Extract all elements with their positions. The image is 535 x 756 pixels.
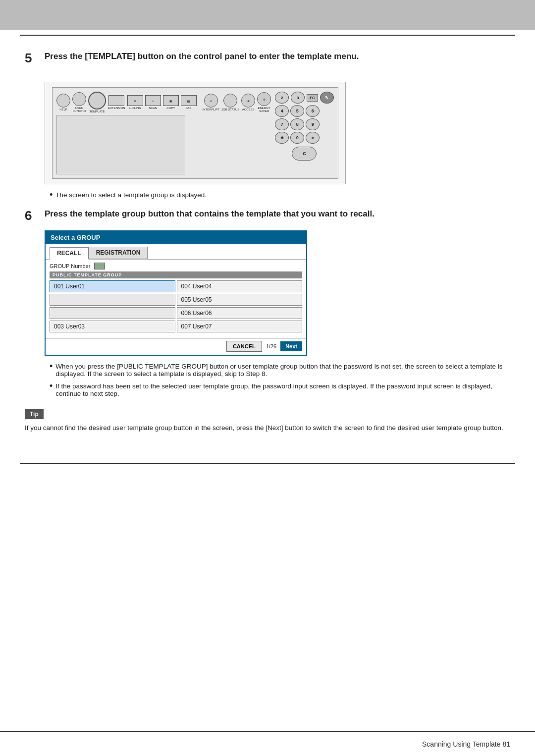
num3-btn[interactable]: 3 [291,92,305,104]
step6-block: 6 Press the template group button that c… [25,208,510,223]
user-grid: 001 User01 004 User04 005 User05 006 Use… [50,280,302,332]
tip-text: If you cannot find the desired user temp… [25,423,510,433]
step5-bullet: • The screen to select a template group … [50,191,510,199]
user-btn-003[interactable]: 003 User03 [50,321,175,332]
step5-number: 5 [25,51,39,66]
template-btn[interactable] [88,92,106,109]
fc-btn[interactable]: FC [307,94,318,102]
fax-btn[interactable]: 📠 [181,95,197,106]
footer-bar: Scanning Using Template 81 [0,731,535,756]
cp-outer: HELP USERFUNCTIO TEMPLATE EXTENSION [52,87,338,179]
screen-tabs: RECALL REGISTRATION [46,244,306,260]
user-btn-006[interactable]: 006 User06 [177,307,303,319]
numpad: 4 5 6 7 8 9 ✱ 0 # [275,105,334,144]
copy-btn[interactable]: ▣ [163,95,179,106]
efiling-btn[interactable]: ⊖ [127,95,143,106]
public-template-bar[interactable]: PUBLIC TEMPLATE GROUP [50,271,302,278]
step6-bullet2: • If the password has been set to the se… [50,382,510,397]
num9-btn[interactable]: 9 [306,118,320,130]
page-indicator: 1/26 [266,343,276,349]
hash-btn[interactable]: # [306,132,320,144]
step5-title: Press the [TEMPLATE] button on the contr… [45,51,359,62]
screen-footer: CANCEL 1/26 Next [46,338,306,355]
num4-btn[interactable]: 4 [275,105,289,117]
num6-btn[interactable]: 6 [306,105,320,117]
user-function-btn[interactable] [72,92,86,106]
tab-registration[interactable]: REGISTRATION [89,247,148,259]
group-number-box [94,263,105,270]
screen-header: Select a GROUP [46,231,306,244]
cp-screen [56,115,185,174]
footer-text: Scanning Using Template 81 [422,740,510,748]
step6-title: Press the template group button that con… [45,208,374,220]
pencil-btn[interactable]: ✎ [320,92,334,104]
cp-right: 2 3 FC ✎ 4 5 6 7 8 9 ✱ 0 # C [275,92,334,161]
c-btn[interactable]: C [292,147,317,161]
num5-btn[interactable]: 5 [290,105,304,117]
top-bar [0,0,535,30]
cp-top-buttons: HELP USERFUNCTIO TEMPLATE EXTENSION [56,92,271,113]
user-btn-empty1 [50,294,175,306]
num0-btn[interactable]: 0 [290,132,304,144]
num7-btn[interactable]: 7 [275,118,289,130]
bottom-divider [20,463,515,464]
control-panel-illustration: HELP USERFUNCTIO TEMPLATE EXTENSION [45,82,346,184]
next-button[interactable]: Next [280,341,302,351]
tip-label: Tip [25,409,44,419]
cancel-button[interactable]: CANCEL [226,341,262,352]
star-btn[interactable]: ✱ [275,132,289,144]
step6-number: 6 [25,208,39,223]
num8-btn[interactable]: 8 [290,118,304,130]
help-btn[interactable] [56,94,70,108]
num2-btn[interactable]: 2 [275,92,289,104]
page-content: 5 Press the [TEMPLATE] button on the con… [0,36,535,463]
group-number-label: GROUP Number [50,263,90,269]
step5-block: 5 Press the [TEMPLATE] button on the con… [25,51,510,66]
energy-saver-btn[interactable]: ⊛ [257,92,271,106]
interrupt-btn[interactable]: ⊲ [204,94,218,108]
access-btn[interactable]: ⊕ [241,94,255,108]
group-number-row: GROUP Number [50,263,302,270]
cp-right-top-row: 2 3 FC ✎ [275,92,334,104]
user-btn-007[interactable]: 007 User07 [177,321,303,332]
screen-ui: Select a GROUP RECALL REGISTRATION GROUP… [45,230,307,356]
step6-bullet1: • When you press the [PUBLIC TEMPLATE GR… [50,363,510,378]
user-btn-004[interactable]: 004 User04 [177,280,303,292]
job-status-btn[interactable] [223,94,237,108]
user-btn-empty2 [50,307,175,319]
user-btn-005[interactable]: 005 User05 [177,294,303,306]
extension-btn[interactable] [108,95,124,106]
cp-left: HELP USERFUNCTIO TEMPLATE EXTENSION [56,92,271,174]
screen-body: GROUP Number PUBLIC TEMPLATE GROUP 001 U… [46,260,306,338]
user-btn-001[interactable]: 001 User01 [50,280,175,292]
tab-recall[interactable]: RECALL [50,247,89,260]
scan-btn[interactable]: ⇦ [145,95,161,106]
